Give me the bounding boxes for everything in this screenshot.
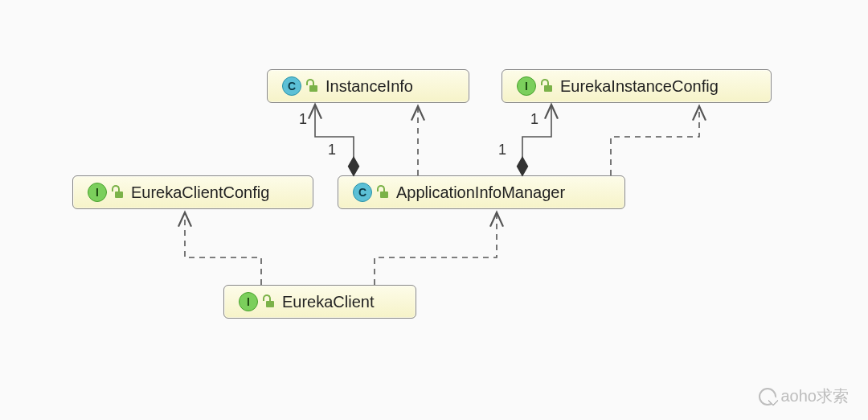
class-icon: C — [282, 76, 301, 96]
node-label: ApplicationInfoManager — [396, 183, 565, 202]
multiplicity-label: 1 — [299, 111, 307, 128]
node-eureka-client: I EurekaClient — [223, 285, 416, 319]
multiplicity-label: 1 — [498, 142, 506, 159]
node-instance-info: C InstanceInfo — [267, 69, 469, 103]
watermark-text: aoho求索 — [781, 385, 850, 407]
unlock-icon — [379, 187, 390, 198]
multiplicity-label: 1 — [328, 142, 336, 159]
unlock-icon — [542, 80, 554, 92]
interface-icon: I — [517, 76, 536, 96]
node-label: EurekaInstanceConfig — [560, 77, 719, 96]
unlock-icon — [264, 296, 276, 307]
interface-icon: I — [88, 183, 107, 202]
watermark: aoho求索 — [759, 385, 850, 407]
uml-diagram: C InstanceInfo I EurekaInstanceConfig I … — [0, 0, 868, 420]
node-application-info-manager: C ApplicationInfoManager — [338, 175, 625, 209]
node-label: EurekaClient — [282, 293, 375, 311]
node-eureka-client-config: I EurekaClientConfig — [72, 175, 313, 209]
interface-icon: I — [239, 292, 258, 311]
multiplicity-label: 1 — [530, 111, 538, 128]
class-icon: C — [353, 183, 372, 202]
wechat-icon — [759, 388, 776, 406]
unlock-icon — [308, 80, 319, 92]
edge-composition — [315, 105, 354, 175]
connectors — [0, 0, 868, 420]
node-eureka-instance-config: I EurekaInstanceConfig — [502, 69, 772, 103]
edge-dependency — [611, 106, 699, 175]
node-label: InstanceInfo — [326, 77, 413, 96]
unlock-icon — [113, 187, 125, 198]
edge-dependency — [185, 212, 261, 285]
node-label: EurekaClientConfig — [131, 183, 269, 202]
edge-dependency — [375, 212, 497, 285]
